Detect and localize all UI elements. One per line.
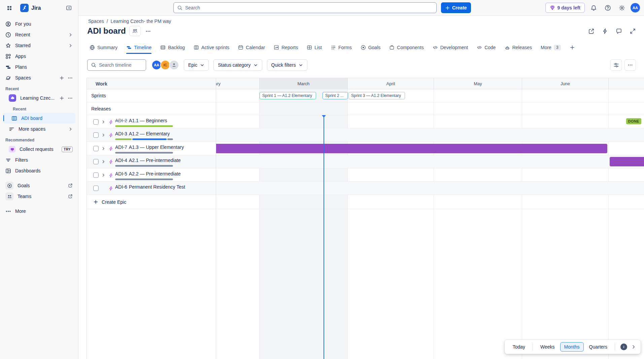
- sidebar-item-apps[interactable]: Apps: [3, 51, 75, 62]
- sidebar-item-more-spaces[interactable]: More spaces: [3, 124, 75, 134]
- jira-logo[interactable]: [20, 4, 29, 12]
- sprint-bar-3[interactable]: Sprint 3 — A1.2 Elementary: [348, 92, 405, 99]
- user-avatar[interactable]: AA: [631, 3, 640, 12]
- trial-days-left-label: 9 days left: [557, 5, 580, 10]
- view-today-button[interactable]: Today: [509, 342, 529, 352]
- collapse-sidebar-button[interactable]: [63, 3, 74, 13]
- sidebar-item-spaces[interactable]: Spaces: [3, 72, 75, 83]
- tab-code[interactable]: Code: [477, 41, 496, 54]
- epic-summary[interactable]: A1.2 — Elementary: [129, 131, 170, 136]
- tab-calendar[interactable]: Calendar: [238, 41, 265, 54]
- sidebar-item-space-learning-czech[interactable]: Learning Czec...: [3, 93, 75, 103]
- tab-summary[interactable]: Summary: [90, 41, 117, 54]
- view-settings-button[interactable]: [610, 59, 622, 71]
- epic-gantt-bar-adi-4[interactable]: [610, 157, 644, 166]
- expand-chevron-icon[interactable]: [101, 160, 105, 164]
- fullscreen-button[interactable]: [630, 28, 636, 34]
- app-switcher-button[interactable]: [4, 3, 15, 13]
- epic-key[interactable]: ADI-5: [115, 171, 127, 176]
- help-button[interactable]: [602, 2, 613, 13]
- tab-forms[interactable]: Forms: [331, 41, 352, 54]
- avatar-unassigned[interactable]: [169, 60, 179, 70]
- automation-button[interactable]: [602, 28, 608, 34]
- epic-summary[interactable]: A1.3 — Upper Elementary: [129, 144, 184, 150]
- global-search[interactable]: [173, 2, 437, 13]
- tab-reports[interactable]: Reports: [274, 41, 298, 54]
- timeline-info-button[interactable]: [620, 344, 627, 350]
- sprint-bar-2[interactable]: Sprint 2 ...: [323, 92, 348, 99]
- tab-releases[interactable]: Releases: [505, 41, 532, 54]
- timeline-more-button[interactable]: [624, 59, 636, 71]
- board-members-button[interactable]: [129, 26, 141, 36]
- settings-button[interactable]: [616, 2, 627, 13]
- trial-days-left-button[interactable]: 9 days left: [545, 3, 585, 13]
- global-search-input[interactable]: [185, 5, 433, 10]
- space-more-icon[interactable]: [68, 96, 73, 101]
- epic-checkbox[interactable]: [93, 146, 99, 151]
- epic-key[interactable]: ADI-6: [115, 184, 127, 190]
- space-add-icon[interactable]: [59, 96, 64, 101]
- epic-summary[interactable]: A2.2 — Pre-intermediate: [129, 171, 181, 176]
- sidebar-item-for-you[interactable]: For you: [3, 19, 75, 29]
- tab-components[interactable]: Components: [389, 41, 423, 54]
- epic-filter-dropdown[interactable]: Epic: [184, 59, 209, 71]
- epic-summary[interactable]: A2.1 — Pre-intermediate: [129, 158, 181, 163]
- sidebar-item-adi-board[interactable]: ADI board: [3, 113, 75, 124]
- add-tab-button[interactable]: [570, 41, 575, 54]
- feedback-button[interactable]: [616, 28, 622, 34]
- view-switcher-expand-icon[interactable]: [631, 344, 637, 350]
- tab-goals[interactable]: Goals: [361, 41, 381, 54]
- epic-gantt-bar-adi-7[interactable]: [216, 144, 607, 153]
- epic-summary[interactable]: Permanent Residency Test: [129, 184, 185, 190]
- view-weeks-button[interactable]: Weeks: [536, 342, 559, 352]
- breadcrumb-spaces-link[interactable]: Spaces: [88, 19, 104, 24]
- tab-development[interactable]: Development: [433, 41, 468, 54]
- tab-timeline[interactable]: Timeline: [126, 41, 151, 54]
- tab-active-sprints[interactable]: Active sprints: [194, 41, 229, 54]
- view-quarters-button[interactable]: Quarters: [585, 342, 611, 352]
- sidebar-item-goals[interactable]: Goals: [3, 180, 75, 191]
- sidebar-item-dashboards[interactable]: Dashboards: [3, 165, 75, 176]
- board-more-button[interactable]: [144, 27, 152, 35]
- expand-chevron-icon[interactable]: [101, 146, 105, 151]
- add-space-icon[interactable]: [59, 75, 64, 80]
- breadcrumb-space-link[interactable]: Learning Czech- the PM way: [111, 19, 171, 24]
- sidebar-item-more[interactable]: More: [3, 206, 75, 217]
- work-panel-divider[interactable]: [216, 78, 216, 359]
- sidebar-item-starred[interactable]: Starred: [3, 40, 75, 51]
- epic-checkbox[interactable]: [93, 159, 99, 164]
- notifications-button[interactable]: [588, 2, 599, 13]
- create-epic-button[interactable]: Create Epic: [93, 195, 126, 209]
- sidebar-item-collect-requests[interactable]: Collect requests TRY: [3, 144, 75, 155]
- status-category-dropdown[interactable]: Status category: [213, 59, 262, 71]
- timeline-search-input[interactable]: [99, 62, 142, 68]
- sidebar-item-recent[interactable]: Recent: [3, 29, 75, 40]
- epic-checkbox[interactable]: [93, 172, 99, 178]
- board-header-actions: [588, 28, 636, 34]
- expand-chevron-icon[interactable]: [101, 133, 105, 137]
- epic-checkbox[interactable]: [93, 186, 99, 191]
- epic-checkbox[interactable]: [93, 132, 99, 138]
- quick-filters-dropdown[interactable]: Quick filters: [267, 59, 307, 71]
- timeline-search[interactable]: [87, 59, 146, 71]
- timeline-filter-bar: AA IC Epic Status category Quick filters: [87, 59, 636, 71]
- epic-checkbox[interactable]: [93, 119, 99, 125]
- tab-list[interactable]: List: [307, 41, 322, 54]
- create-button[interactable]: Create: [441, 2, 471, 13]
- tab-backlog[interactable]: Backlog: [160, 41, 185, 54]
- epic-key[interactable]: ADI-7: [115, 144, 127, 150]
- sidebar-item-filters[interactable]: Filters: [3, 155, 75, 165]
- sidebar-item-plans[interactable]: Plans: [3, 62, 75, 72]
- share-button[interactable]: [588, 28, 595, 34]
- epic-key[interactable]: ADI-2: [115, 118, 127, 123]
- epic-summary[interactable]: A1.1 — Beginners: [129, 118, 167, 123]
- sprint-bar-1[interactable]: Sprint 1 — A1.2 Elementary: [260, 92, 316, 99]
- tab-more[interactable]: More 3: [541, 41, 561, 54]
- view-months-button[interactable]: Months: [560, 342, 584, 352]
- expand-chevron-icon[interactable]: [101, 120, 105, 124]
- spaces-more-icon[interactable]: [68, 75, 73, 80]
- expand-chevron-icon[interactable]: [101, 173, 105, 177]
- epic-key[interactable]: ADI-3: [115, 131, 127, 136]
- epic-key[interactable]: ADI-4: [115, 158, 127, 163]
- sidebar-item-teams[interactable]: Teams: [3, 191, 75, 202]
